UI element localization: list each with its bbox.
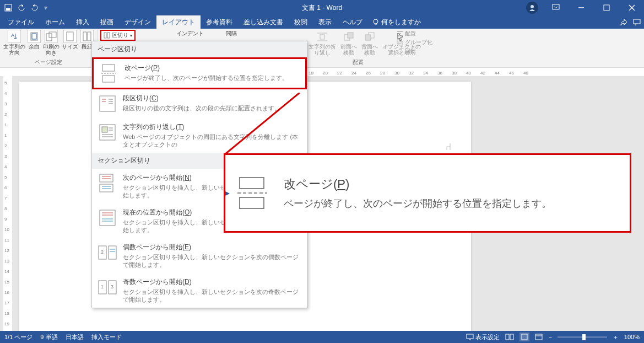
text-direction-button[interactable]: A文字列の 方向 <box>3 30 25 56</box>
ruler-vertical[interactable]: 5432112345678910111213141516171819 <box>3 76 13 331</box>
ribbon-tabs: ファイル ホーム 挿入 描画 デザイン レイアウト 参考資料 差し込み文書 校閲… <box>0 15 644 29</box>
svg-rect-21 <box>320 35 324 39</box>
tab-help[interactable]: ヘルプ <box>337 15 368 29</box>
arrange-side: 配置 グループ化 回転 <box>397 30 432 55</box>
status-mode[interactable]: 挿入モード <box>91 333 122 341</box>
title-bar: ▾ 文書 1 - Word <box>0 0 644 15</box>
svg-rect-61 <box>109 246 116 259</box>
paragraph-mark-icon <box>446 142 454 151</box>
tab-file[interactable]: ファイル <box>2 15 40 29</box>
svg-rect-34 <box>102 76 115 82</box>
view-read-icon[interactable] <box>505 334 514 340</box>
tab-home[interactable]: ホーム <box>40 15 71 29</box>
view-web-icon[interactable] <box>535 334 543 340</box>
column-break-icon <box>98 94 117 114</box>
tell-me[interactable]: 何をしますか <box>368 15 421 29</box>
section-odd-page-icon: 13 <box>98 277 117 297</box>
close-button[interactable] <box>620 0 644 15</box>
callout-title: 改ページ(P) <box>284 176 551 192</box>
svg-rect-1 <box>6 8 10 10</box>
display-settings[interactable]: 表示設定 <box>466 333 500 341</box>
ribbon-options-icon[interactable] <box>544 0 568 15</box>
save-icon[interactable] <box>4 4 12 12</box>
menu-section-odd-page[interactable]: 13 奇数ページから開始(D)セクション区切りを挿入し、新しいセクションを次の奇… <box>92 273 307 308</box>
spacing-label: 間隔 <box>226 30 237 37</box>
text-wrap-break-icon <box>98 122 117 142</box>
menu-section-even-page[interactable]: 2 偶数ページから開始(E)セクション区切りを挿入し、新しいセクションを次の偶数… <box>92 238 307 273</box>
tab-mailings[interactable]: 差し込み文書 <box>238 15 289 29</box>
send-backward-button: 背面へ 移動 <box>361 31 378 56</box>
group-button: グループ化 <box>397 39 432 46</box>
menu-page-break[interactable]: 改ページ(P)ページが終了し、次のページが開始する位置を指定します。 <box>92 57 307 89</box>
svg-text:A: A <box>11 33 14 38</box>
user-avatar[interactable] <box>526 2 538 14</box>
status-words[interactable]: 9 単語 <box>40 333 57 341</box>
align-button[interactable]: 配置 <box>397 30 432 37</box>
minimize-button[interactable] <box>569 0 593 15</box>
svg-rect-33 <box>102 65 115 71</box>
undo-icon[interactable] <box>18 4 25 12</box>
status-page[interactable]: 1/1 ページ <box>4 333 33 341</box>
svg-point-8 <box>374 19 378 24</box>
callout-connector <box>224 93 301 157</box>
svg-rect-76 <box>522 334 527 340</box>
svg-line-68 <box>225 93 300 154</box>
view-print-icon[interactable] <box>519 333 529 341</box>
section-continuous-icon <box>98 208 117 228</box>
svg-rect-69 <box>240 178 264 189</box>
section-next-page-icon <box>98 173 117 193</box>
comments-icon[interactable] <box>633 18 641 26</box>
indent-label: インデント <box>176 30 204 37</box>
share-icon[interactable] <box>620 18 627 26</box>
breaks-button[interactable]: 区切り▾ <box>100 30 136 41</box>
orientation-button[interactable]: 印刷の 向き <box>43 30 59 56</box>
svg-rect-70 <box>240 197 264 208</box>
group-label-page-setup: ページ設定 <box>35 58 62 66</box>
svg-rect-74 <box>506 334 509 340</box>
tab-insert[interactable]: 挿入 <box>71 15 95 29</box>
svg-rect-15 <box>49 32 56 37</box>
tab-draw[interactable]: 描画 <box>95 15 119 29</box>
bring-forward-button: 前面へ 移動 <box>340 31 357 56</box>
svg-text:3: 3 <box>111 284 113 290</box>
svg-text:1: 1 <box>101 284 104 290</box>
page-break-icon <box>99 63 119 83</box>
tab-layout[interactable]: レイアウト <box>156 15 201 29</box>
svg-rect-51 <box>100 184 113 192</box>
qat-overflow-icon[interactable]: ▾ <box>44 4 47 12</box>
margins-button[interactable]: 余白 <box>28 30 41 50</box>
zoom-in-button[interactable]: ＋ <box>613 333 619 341</box>
zoom-slider[interactable] <box>558 336 607 338</box>
window-title: 文書 1 - Word <box>302 3 342 13</box>
zoom-out-button[interactable]: − <box>548 334 551 340</box>
dropdown-header-page-breaks: ページ区切り <box>92 41 307 57</box>
size-button[interactable]: サイズ <box>62 30 78 50</box>
status-bar: 1/1 ページ 9 単語 日本語 挿入モード 表示設定 − ＋ 100% <box>0 331 644 343</box>
svg-rect-77 <box>535 334 542 340</box>
svg-rect-16 <box>67 32 73 41</box>
svg-rect-13 <box>32 34 36 39</box>
maximize-button[interactable] <box>594 0 619 15</box>
svg-rect-20 <box>107 33 110 38</box>
tab-references[interactable]: 参考資料 <box>201 15 238 29</box>
svg-rect-75 <box>510 334 513 340</box>
group-page-setup: A文字列の 方向 余白 印刷の 向き サイズ 段組 ページ設定 <box>0 30 98 67</box>
page-break-icon-large <box>234 176 273 210</box>
rotate-button: 回転 <box>397 47 432 55</box>
svg-rect-17 <box>83 32 86 41</box>
svg-rect-27 <box>365 35 371 40</box>
callout-arrow-icon <box>224 190 231 197</box>
redo-icon[interactable] <box>31 4 39 12</box>
callout-zoom: 改ページ(P) ページが終了し、次のページが開始する位置を指定します。 <box>224 153 631 233</box>
tab-design[interactable]: デザイン <box>119 15 156 29</box>
status-language[interactable]: 日本語 <box>66 333 84 341</box>
tab-review[interactable]: 校閲 <box>289 15 313 29</box>
svg-point-2 <box>531 5 534 8</box>
svg-rect-25 <box>348 33 353 38</box>
zoom-level[interactable]: 100% <box>624 334 640 340</box>
tab-view[interactable]: 表示 <box>313 15 337 29</box>
svg-rect-10 <box>634 19 640 24</box>
group-label-arrange: 配置 <box>353 58 364 66</box>
svg-rect-43 <box>102 127 107 132</box>
lightbulb-icon <box>372 19 379 25</box>
